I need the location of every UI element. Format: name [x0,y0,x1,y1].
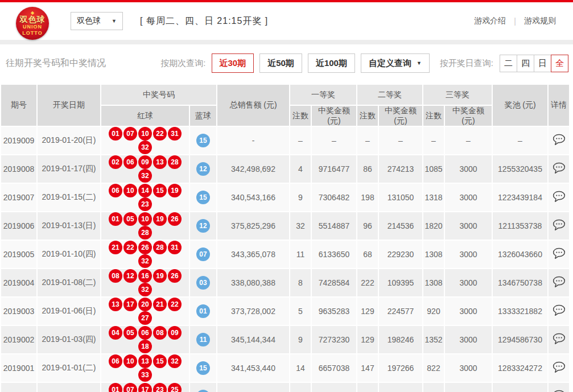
col-second-count-header: 注数 [357,105,378,126]
cell-second-count: 133 [357,382,378,392]
red-ball: 21 [153,298,167,311]
red-ball: 31 [168,241,182,254]
col-blue-ball-header: 蓝球 [189,105,217,126]
detail-comment-button[interactable] [553,333,566,345]
detail-comment-button[interactable] [553,361,566,373]
cell-blue-ball: 12 [189,212,217,240]
cell-second-amount: 131050 [378,183,423,212]
red-ball: 32 [138,141,152,154]
red-ball: 12 [123,269,137,283]
cell-third-count: 1352 [423,325,444,354]
cell-date: 2019-01-17(四) [37,155,101,183]
draw-schedule-text: [ 每周二、四、日 21:15开奖 ] [140,15,268,27]
cell-second-count: 147 [357,354,378,382]
cell-third-amount: 3000 [444,240,492,269]
red-ball: 13 [109,298,122,311]
detail-comment-button[interactable] [553,247,566,259]
nav-link-game-intro[interactable]: 游戏介绍 [474,16,506,26]
filter-bar: 往期开奖号码和中奖情况 按期次查询: 近30期近50期近100期自定义查询▼ 按… [0,44,573,82]
button-label: 近50期 [267,58,294,69]
cell-first-amount: 5514887 [311,212,357,240]
red-ball: 18 [138,340,152,353]
cell-third-amount: 3000 [444,155,492,183]
detail-comment-button[interactable] [553,134,566,146]
blue-ball: 15 [196,361,210,375]
cell-second-amount: – [378,126,423,155]
cell-blue-ball: 12 [189,155,217,183]
red-ball: 05 [123,212,137,226]
custom-query-button[interactable]: 自定义查询▼ [361,53,430,73]
blue-ball: 12 [196,219,210,233]
cell-second-count: 86 [357,155,378,183]
red-ball: 17 [138,383,152,392]
detail-comment-button[interactable] [553,390,566,392]
cell-second-amount: 274213 [378,155,423,183]
day-filter-button[interactable]: 四 [517,55,534,72]
cell-third-count: 1318 [423,183,444,212]
cell-red-balls: 010717232531 [101,382,189,392]
cell-third-amount: 3000 [444,297,492,325]
red-ball: 07 [123,127,137,141]
detail-comment-button[interactable] [553,276,566,288]
cell-detail [548,126,570,155]
nav-link-game-rules[interactable]: 游戏规则 [524,16,556,26]
cell-detail [548,382,570,392]
cell-total-sales: 342,498,692 [217,155,290,183]
cell-total-sales: 373,728,002 [217,297,290,325]
col-first-prize-header: 一等奖 [290,84,357,105]
detail-comment-button[interactable] [553,219,566,231]
cell-period: 2019006 [1,212,37,240]
cell-red-balls: 040506080918 [101,325,189,354]
red-ball: 06 [109,184,122,197]
comment-icon [553,304,566,316]
red-ball: 02 [109,155,122,169]
detail-comment-button[interactable] [553,162,566,174]
red-ball: 01 [109,212,122,226]
cell-third-amount: 3000 [444,354,492,382]
comment-icon [553,333,566,345]
cell-second-amount: 198246 [378,325,423,354]
cell-total-sales: 343,365,078 [217,240,290,269]
filter-controls: 按期次查询: 近30期近50期近100期自定义查询▼ 按开奖日查询: 二四日全 [160,53,568,73]
day-filter-button[interactable]: 全 [551,55,568,72]
logo-text-union: UNION [23,24,42,30]
red-ball: 28 [168,155,182,169]
day-filter-button[interactable]: 日 [534,55,551,72]
cell-pool: 1333321882 [492,297,548,325]
logo-text-lotto: LOTTO [22,30,42,36]
red-ball: 13 [138,354,152,368]
comment-icon [553,247,566,259]
blue-ball: 12 [196,162,210,176]
header-links: 游戏介绍|游戏规则 [474,16,556,26]
cell-third-amount: – [444,126,492,155]
cell-first-amount: 7428584 [311,269,357,297]
red-ball: 28 [138,226,152,240]
cell-first-amount: 9716477 [311,155,357,183]
cell-detail [548,155,570,183]
red-ball: 32 [138,254,152,268]
cell-pool: 1294586730 [492,325,548,354]
game-select-value: 双色球 [77,16,101,26]
header-divider-band [0,40,573,44]
cell-date: 2019-01-08(二) [37,269,101,297]
red-ball: 10 [138,127,152,141]
detail-comment-button[interactable] [553,191,566,203]
cell-period: 2019005 [1,240,37,269]
period-filter-button[interactable]: 近30期 [212,53,254,73]
col-winning-numbers-header: 中奖号码 [101,84,217,105]
results-table: 期号 开奖日期 中奖号码 总销售额 (元) 一等奖 二等奖 三等奖 奖池 (元)… [0,84,570,392]
period-filter-button[interactable]: 近50期 [259,53,302,73]
cell-second-amount: 197266 [378,354,423,382]
game-select[interactable]: 双色球 ▼ [71,12,123,30]
col-pool-header: 奖池 (元) [492,84,548,126]
cell-red-balls: 081216192632 [101,269,189,297]
day-filter-button[interactable]: 二 [500,55,517,72]
cell-period: 2019001 [1,354,37,382]
blue-ball: 07 [196,247,210,261]
cell-period: 2018153 [1,382,37,392]
period-filter-button[interactable]: 近100期 [308,53,355,73]
cell-red-balls: 061014151923 [101,183,189,212]
cell-pool: 1326043660 [492,240,548,269]
detail-comment-button[interactable] [553,304,566,316]
cell-red-balls: 020609132832 [101,155,189,183]
